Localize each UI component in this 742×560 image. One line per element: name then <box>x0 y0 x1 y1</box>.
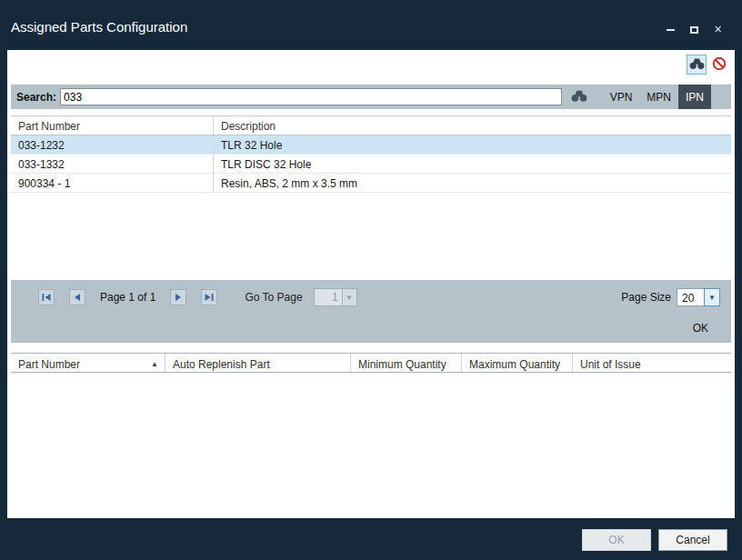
next-page-icon <box>174 291 183 305</box>
last-page-icon <box>205 291 214 305</box>
maximize-button[interactable] <box>688 24 700 35</box>
assigned-parts-configuration-dialog: Assigned Parts Configuration × <box>0 0 742 560</box>
go-to-page-input[interactable] <box>314 288 343 306</box>
parts-results-table: Part Number Description 033-1232 TLR 32 … <box>11 115 731 280</box>
part-number-cell: 033-1232 <box>11 135 214 154</box>
go-to-page-combo: ▼ <box>314 288 357 306</box>
part-number-cell: 900334 - 1 <box>11 174 214 192</box>
assigned-header-minimum-quantity[interactable]: Minimum Quantity <box>351 354 462 372</box>
block-icon <box>712 56 727 74</box>
description-cell: Resin, ABS, 2 mm x 3.5 mm <box>214 174 731 192</box>
search-input[interactable] <box>60 88 562 105</box>
go-to-page-label: Go To Page <box>245 291 302 304</box>
description-cell: TLR DISC 32 Hole <box>214 155 731 173</box>
first-page-icon <box>42 291 51 305</box>
table-row[interactable]: 033-1332 TLR DISC 32 Hole <box>11 155 731 174</box>
block-toolbar-button[interactable] <box>709 55 729 75</box>
maximize-icon <box>690 26 698 34</box>
assigned-header-part-number[interactable]: Part Number ▲ <box>11 354 165 372</box>
close-button[interactable]: × <box>712 24 724 35</box>
assigned-header-unit-of-issue[interactable]: Unit of Issue <box>573 354 731 372</box>
previous-page-button[interactable] <box>69 289 85 305</box>
ok-button[interactable]: OK <box>582 529 651 551</box>
go-to-page-dropdown-icon[interactable]: ▼ <box>343 288 357 306</box>
titlebar: Assigned Parts Configuration × <box>0 0 742 44</box>
parts-table-header-part-number[interactable]: Part Number <box>11 116 214 135</box>
table-row[interactable]: 033-1232 TLR 32 Hole <box>11 135 731 155</box>
assigned-parts-table-body <box>11 373 731 518</box>
minimize-icon <box>667 29 675 31</box>
search-mode-group: VPN MPN IPN <box>603 85 711 109</box>
binoculars-toolbar-button[interactable] <box>687 55 707 75</box>
search-bar: Search: VPN MPN IPN <box>11 85 731 109</box>
sort-ascending-icon: ▲ <box>151 360 158 368</box>
parts-table-header: Part Number Description <box>11 116 731 135</box>
page-size-value[interactable]: 20 <box>677 288 704 306</box>
assigned-parts-table: Part Number ▲ Auto Replenish Part Minimu… <box>11 353 731 518</box>
binoculars-icon <box>689 57 705 73</box>
dialog-footer: OK Cancel <box>0 527 742 553</box>
search-binoculars-icon <box>571 89 587 105</box>
minimize-button[interactable] <box>665 24 677 35</box>
previous-page-icon <box>73 291 82 305</box>
search-button[interactable] <box>571 89 587 105</box>
first-page-button[interactable] <box>38 289 55 305</box>
page-size-group: Page Size 20 ▼ <box>621 288 720 306</box>
mode-button-mpn[interactable]: MPN <box>639 85 678 109</box>
table-row[interactable]: 900334 - 1 Resin, ABS, 2 mm x 3.5 mm <box>11 174 731 193</box>
page-indicator: Page 1 of 1 <box>100 291 155 304</box>
assigned-header-maximum-quantity[interactable]: Maximum Quantity <box>462 354 573 372</box>
window-controls: × <box>665 24 724 35</box>
window-title: Assigned Parts Configuration <box>11 19 187 35</box>
parts-table-header-description[interactable]: Description <box>214 116 731 135</box>
assigned-header-auto-replenish[interactable]: Auto Replenish Part <box>165 354 351 372</box>
description-cell: TLR 32 Hole <box>214 135 731 154</box>
next-page-button[interactable] <box>170 289 186 305</box>
assigned-header-part-number-label: Part Number <box>18 358 80 371</box>
last-page-button[interactable] <box>201 289 217 305</box>
mode-button-vpn[interactable]: VPN <box>603 85 640 109</box>
pager-controls: Page 1 of 1 Go To Page ▼ Pag <box>11 280 731 306</box>
pager-strip: Page 1 of 1 Go To Page ▼ Pag <box>11 280 731 343</box>
pager-ok-button[interactable]: OK <box>693 322 708 335</box>
main-panel: Search: VPN MPN IPN Part Numb <box>7 50 735 518</box>
cancel-button[interactable]: Cancel <box>658 529 727 551</box>
page-size-dropdown-icon[interactable]: ▼ <box>704 288 720 306</box>
toolbar <box>687 55 729 75</box>
search-label: Search: <box>16 91 56 104</box>
page-size-label: Page Size <box>621 291 671 304</box>
mode-button-ipn[interactable]: IPN <box>678 85 711 109</box>
assigned-parts-table-header: Part Number ▲ Auto Replenish Part Minimu… <box>11 353 731 373</box>
part-number-cell: 033-1332 <box>11 155 214 173</box>
